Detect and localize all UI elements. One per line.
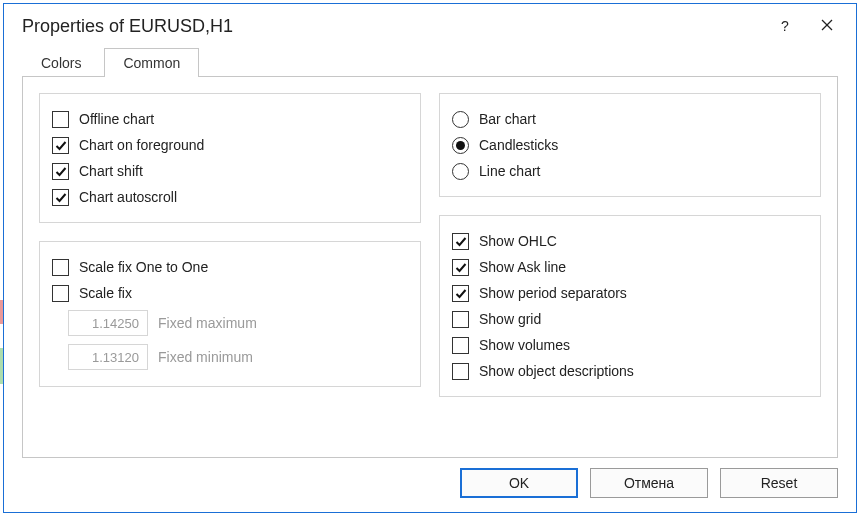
label-fixed-minimum: Fixed minimum [158,349,253,365]
checkbox-offline-chart[interactable] [52,111,69,128]
reset-button[interactable]: Reset [720,468,838,498]
row-show-period-sep: Show period separators [452,280,808,306]
label-scale-fix: Scale fix [79,285,132,301]
row-show-ask: Show Ask line [452,254,808,280]
close-button[interactable] [806,8,848,44]
label-fixed-maximum: Fixed maximum [158,315,257,331]
label-line-chart: Line chart [479,163,540,179]
row-scale-fix: Scale fix [52,280,408,306]
dialog-footer: OK Отмена Reset [460,468,838,498]
chart-options-group: Offline chart Chart on foreground Chart … [39,93,421,223]
label-bar-chart: Bar chart [479,111,536,127]
radio-line-chart[interactable] [452,163,469,180]
checkbox-show-ask[interactable] [452,259,469,276]
row-show-volumes: Show volumes [452,332,808,358]
radio-candlesticks[interactable] [452,137,469,154]
checkbox-show-ohlc[interactable] [452,233,469,250]
tabs-container: Colors Common Offline chart Chart on for… [4,48,856,458]
checkbox-scale-fix[interactable] [52,285,69,302]
close-icon [821,18,833,34]
tab-common-label: Common [123,55,180,71]
tab-colors-label: Colors [41,55,81,71]
label-chart-autoscroll: Chart autoscroll [79,189,177,205]
label-chart-foreground: Chart on foreground [79,137,204,153]
checkbox-chart-autoscroll[interactable] [52,189,69,206]
input-fixed-minimum[interactable]: 1.13120 [68,344,148,370]
checkbox-show-volumes[interactable] [452,337,469,354]
ok-button-label: OK [509,475,529,491]
tab-panel-common: Offline chart Chart on foreground Chart … [22,76,838,458]
label-show-ask: Show Ask line [479,259,566,275]
show-options-group: Show OHLC Show Ask line Show period sepa… [439,215,821,397]
checkbox-show-grid[interactable] [452,311,469,328]
label-show-period-sep: Show period separators [479,285,627,301]
dialog-title: Properties of EURUSD,H1 [22,16,764,37]
row-fixed-maximum: 1.14250 Fixed maximum [52,306,408,340]
checkbox-show-period-sep[interactable] [452,285,469,302]
help-icon: ? [781,18,789,34]
chart-type-group: Bar chart Candlesticks Line chart [439,93,821,197]
row-bar-chart: Bar chart [452,106,808,132]
left-column: Offline chart Chart on foreground Chart … [39,93,421,437]
help-button[interactable]: ? [764,8,806,44]
value-fixed-maximum: 1.14250 [92,316,139,331]
checkbox-chart-shift[interactable] [52,163,69,180]
row-chart-shift: Chart shift [52,158,408,184]
right-column: Bar chart Candlesticks Line chart [439,93,821,437]
ok-button[interactable]: OK [460,468,578,498]
input-fixed-maximum[interactable]: 1.14250 [68,310,148,336]
checkbox-show-obj-desc[interactable] [452,363,469,380]
row-chart-foreground: Chart on foreground [52,132,408,158]
row-candlesticks: Candlesticks [452,132,808,158]
label-show-grid: Show grid [479,311,541,327]
titlebar: Properties of EURUSD,H1 ? [4,4,856,48]
label-show-volumes: Show volumes [479,337,570,353]
row-fixed-minimum: 1.13120 Fixed minimum [52,340,408,374]
row-show-ohlc: Show OHLC [452,228,808,254]
label-show-obj-desc: Show object descriptions [479,363,634,379]
row-show-grid: Show grid [452,306,808,332]
row-show-obj-desc: Show object descriptions [452,358,808,384]
tab-common[interactable]: Common [104,48,199,77]
properties-dialog: Properties of EURUSD,H1 ? Colors Common [3,3,857,513]
label-chart-shift: Chart shift [79,163,143,179]
row-offline-chart: Offline chart [52,106,408,132]
label-candlesticks: Candlesticks [479,137,558,153]
checkbox-chart-foreground[interactable] [52,137,69,154]
value-fixed-minimum: 1.13120 [92,350,139,365]
tab-strip: Colors Common [22,48,838,77]
radio-bar-chart[interactable] [452,111,469,128]
checkbox-scale-fix-one[interactable] [52,259,69,276]
label-scale-fix-one: Scale fix One to One [79,259,208,275]
row-scale-fix-one: Scale fix One to One [52,254,408,280]
reset-button-label: Reset [761,475,798,491]
scale-group: Scale fix One to One Scale fix 1.14250 F… [39,241,421,387]
tab-colors[interactable]: Colors [22,48,100,77]
cancel-button-label: Отмена [624,475,674,491]
row-chart-autoscroll: Chart autoscroll [52,184,408,210]
row-line-chart: Line chart [452,158,808,184]
label-offline-chart: Offline chart [79,111,154,127]
cancel-button[interactable]: Отмена [590,468,708,498]
label-show-ohlc: Show OHLC [479,233,557,249]
